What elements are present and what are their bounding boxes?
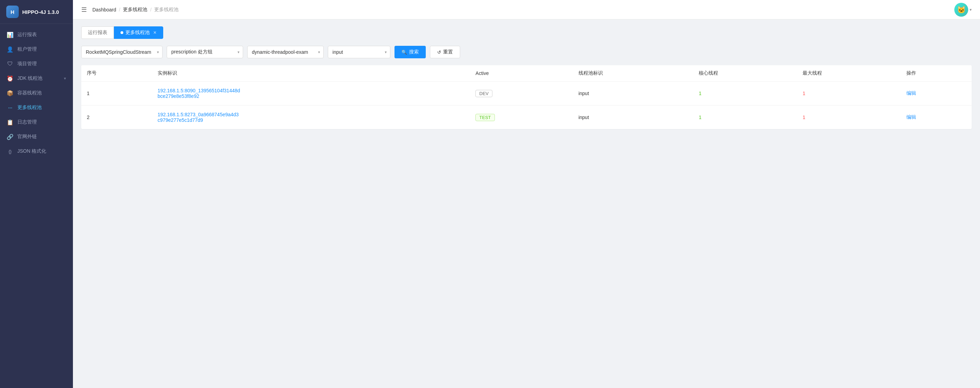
- breadcrumb-sep-1: /: [119, 7, 121, 13]
- top-header: ☰ Dashboard / 更多线程池 / 更多线程池 🐱 ▾: [73, 0, 980, 19]
- search-button[interactable]: 🔍 搜索: [395, 46, 426, 58]
- row1-max-threads: 1: [797, 82, 901, 106]
- group-select-value: prescription 处方组: [171, 49, 232, 55]
- reset-button-label: 重置: [443, 49, 453, 55]
- breadcrumb: Dashboard / 更多线程池 / 更多线程池: [92, 6, 954, 13]
- app-logo: H: [6, 6, 19, 18]
- sidebar-item-tenants[interactable]: 👤 租户管理: [0, 42, 73, 57]
- row2-core-threads-value: 1: [699, 114, 702, 120]
- row2-max-threads: 1: [797, 106, 901, 130]
- col-action: 操作: [901, 65, 972, 82]
- sidebar-item-label: 更多线程池: [18, 105, 66, 111]
- sidebar: H HIPPO-4J 1.3.0 📊 运行报表 👤 租户管理 🛡 项目管理 ⏰ …: [0, 0, 73, 388]
- breadcrumb-more-pool[interactable]: 更多线程池: [123, 6, 147, 13]
- sidebar-item-label: 官网外链: [18, 134, 66, 140]
- reset-icon: ↺: [437, 50, 441, 55]
- col-active: Active: [470, 65, 573, 82]
- tab-reports-label: 运行报表: [88, 30, 107, 36]
- row1-core-threads: 1: [693, 82, 797, 106]
- sidebar-item-label: 项目管理: [18, 61, 66, 67]
- sidebar-item-label: 租户管理: [18, 46, 66, 52]
- row1-edit-link[interactable]: 编辑: [906, 90, 916, 96]
- link-icon: 🔗: [7, 134, 13, 140]
- close-icon[interactable]: ✕: [153, 30, 157, 35]
- table-header-row: 序号 实例标识 Active 线程池标识 核心线程 最大线程 操作: [81, 65, 972, 82]
- col-pool-id: 线程池标识: [573, 65, 694, 82]
- row2-active: TEST: [470, 106, 573, 130]
- sidebar-item-label: 运行报表: [18, 32, 66, 38]
- col-max-threads: 最大线程: [797, 65, 901, 82]
- avatar-image: 🐱: [957, 6, 966, 14]
- row2-max-threads-value: 1: [803, 114, 805, 120]
- row1-pool-id: input: [573, 82, 694, 106]
- thread-pool-select-value: input: [332, 49, 379, 55]
- group-select-wrapper: prescription 处方组 ▾: [167, 46, 243, 58]
- group-select[interactable]: prescription 处方组: [167, 46, 243, 58]
- main-content: ☰ Dashboard / 更多线程池 / 更多线程池 🐱 ▾ 运行报表 更多线…: [73, 0, 980, 388]
- tab-bar: 运行报表 更多线程池 ✕: [81, 26, 972, 39]
- table-row: 1 192.168.1.5:8090_139565104f31448d bce2…: [81, 82, 972, 106]
- tenants-icon: 👤: [7, 46, 13, 52]
- sidebar-header: H HIPPO-4J 1.3.0: [0, 0, 73, 24]
- page-content: 运行报表 更多线程池 ✕ RocketMQSpringCloudStream ▾…: [73, 19, 980, 388]
- table-row: 2 192.168.1.5:8273_0a9668745e9a4d3 c979e…: [81, 106, 972, 130]
- reset-button[interactable]: ↺ 重置: [430, 46, 460, 58]
- sidebar-item-external-links[interactable]: 🔗 官网外链: [0, 130, 73, 144]
- search-button-label: 搜索: [409, 49, 419, 55]
- projects-icon: 🛡: [7, 61, 13, 67]
- row2-action: 编辑: [901, 106, 972, 130]
- col-index: 序号: [81, 65, 152, 82]
- row1-active: DEV: [470, 82, 573, 106]
- row1-active-badge: DEV: [476, 90, 492, 97]
- row1-instance-link[interactable]: 192.168.1.5:8090_139565104f31448d: [158, 88, 464, 93]
- sidebar-item-reports[interactable]: 📊 运行报表: [0, 27, 73, 42]
- tenant-select-value: RocketMQSpringCloudStream: [86, 49, 151, 55]
- tab-active-dot: [121, 31, 123, 34]
- row2-instance-link2[interactable]: c979e277e5c1d77d9: [158, 117, 464, 123]
- sidebar-item-projects[interactable]: 🛡 项目管理: [0, 57, 73, 71]
- sidebar-item-log-mgmt[interactable]: 📋 日志管理: [0, 115, 73, 130]
- container-pool-icon: 📦: [7, 90, 13, 96]
- sidebar-nav: 📊 运行报表 👤 租户管理 🛡 项目管理 ⏰ JDK 线程池 ▾ 📦 容器线程池…: [0, 24, 73, 388]
- app-title: HIPPO-4J 1.3.0: [22, 9, 59, 15]
- sidebar-item-more-pool[interactable]: ··· 更多线程池: [0, 100, 73, 115]
- tab-reports[interactable]: 运行报表: [81, 26, 114, 39]
- row2-pool-id: input: [573, 106, 694, 130]
- sidebar-item-jdk-pool[interactable]: ⏰ JDK 线程池 ▾: [0, 71, 73, 86]
- col-core-threads: 核心线程: [693, 65, 797, 82]
- avatar[interactable]: 🐱: [954, 3, 968, 17]
- app-select[interactable]: dynamic-threadpool-exam: [247, 46, 324, 58]
- thread-pool-select-wrapper: input ▾: [328, 46, 390, 58]
- chevron-down-icon[interactable]: ▾: [970, 7, 972, 12]
- table-body: 1 192.168.1.5:8090_139565104f31448d bce2…: [81, 82, 972, 130]
- sidebar-item-json-format[interactable]: {} JSON 格式化: [0, 144, 73, 158]
- sidebar-item-container-pool[interactable]: 📦 容器线程池: [0, 86, 73, 100]
- hamburger-icon[interactable]: ☰: [81, 6, 87, 14]
- top-right: 🐱 ▾: [954, 3, 972, 17]
- search-icon: 🔍: [401, 50, 407, 55]
- row1-index: 1: [81, 82, 152, 106]
- sidebar-item-label: 日志管理: [18, 119, 66, 125]
- app-select-value: dynamic-threadpool-exam: [252, 49, 312, 55]
- filter-bar: RocketMQSpringCloudStream ▾ prescription…: [81, 46, 972, 58]
- row2-edit-link[interactable]: 编辑: [906, 114, 916, 120]
- app-select-wrapper: dynamic-threadpool-exam ▾: [247, 46, 324, 58]
- col-instance: 实例标识: [152, 65, 470, 82]
- breadcrumb-dashboard[interactable]: Dashboard: [92, 7, 116, 13]
- row1-core-threads-value: 1: [699, 90, 702, 96]
- tab-more-pool[interactable]: 更多线程池 ✕: [114, 26, 163, 39]
- data-table-card: 序号 实例标识 Active 线程池标识 核心线程 最大线程 操作 1 192.…: [81, 65, 972, 129]
- row1-action: 编辑: [901, 82, 972, 106]
- sidebar-item-label: 容器线程池: [18, 90, 66, 96]
- thread-pool-select[interactable]: input: [328, 46, 390, 58]
- row2-core-threads: 1: [693, 106, 797, 130]
- breadcrumb-sep-2: /: [150, 7, 151, 13]
- row1-max-threads-value: 1: [803, 90, 805, 96]
- tenant-select[interactable]: RocketMQSpringCloudStream: [81, 46, 162, 58]
- row1-instance: 192.168.1.5:8090_139565104f31448d bce279…: [152, 82, 470, 106]
- row2-instance-link[interactable]: 192.168.1.5:8273_0a9668745e9a4d3: [158, 112, 464, 117]
- row2-index: 2: [81, 106, 152, 130]
- tab-more-pool-label: 更多线程池: [126, 30, 150, 36]
- sidebar-item-label: JDK 线程池: [18, 75, 64, 82]
- row1-instance-link2[interactable]: bce279e8e53f8e92: [158, 93, 464, 99]
